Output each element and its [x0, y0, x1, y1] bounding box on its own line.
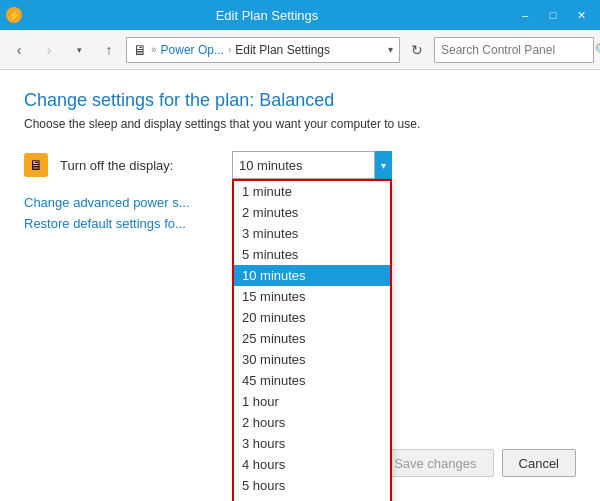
- title-bar-left: ⚡: [6, 7, 22, 23]
- search-icon: 🔍: [595, 43, 600, 57]
- dropdown-history-button[interactable]: ▾: [66, 37, 92, 63]
- dropdown-item[interactable]: Never: [234, 496, 390, 501]
- dropdown-item[interactable]: 5 hours: [234, 475, 390, 496]
- close-button[interactable]: ✕: [568, 5, 594, 25]
- search-bar: 🔍: [434, 37, 594, 63]
- dropdown-item[interactable]: 4 hours: [234, 454, 390, 475]
- forward-button[interactable]: ›: [36, 37, 62, 63]
- dropdown-selected-value: 10 minutes: [239, 158, 303, 173]
- nav-bar: ‹ › ▾ ↑ 🖥 » Power Op... › Edit Plan Sett…: [0, 30, 600, 70]
- app-icon: ⚡: [6, 7, 22, 23]
- dropdown-item[interactable]: 15 minutes: [234, 286, 390, 307]
- dropdown-item[interactable]: 2 minutes: [234, 202, 390, 223]
- dropdown-item[interactable]: 3 minutes: [234, 223, 390, 244]
- display-dropdown-control: 10 minutes ▾ 1 minute2 minutes3 minutes5…: [232, 151, 392, 179]
- breadcrumb: 🖥 » Power Op... › Edit Plan Settings ▾: [126, 37, 400, 63]
- breadcrumb-dropdown[interactable]: ▾: [388, 44, 393, 55]
- display-label: Turn off the display:: [60, 158, 220, 173]
- title-bar-title: Edit Plan Settings: [22, 8, 512, 23]
- display-icon: 🖥: [24, 153, 48, 177]
- page-subtitle: Choose the sleep and display settings th…: [24, 117, 576, 131]
- display-setting-row: 🖥 Turn off the display: 10 minutes ▾ 1 m…: [24, 151, 576, 179]
- display-dropdown[interactable]: 10 minutes ▾: [232, 151, 392, 179]
- dropdown-item[interactable]: 1 minute: [234, 181, 390, 202]
- dropdown-item[interactable]: 5 minutes: [234, 244, 390, 265]
- dropdown-item[interactable]: 10 minutes: [234, 265, 390, 286]
- dropdown-item[interactable]: 25 minutes: [234, 328, 390, 349]
- dropdown-item[interactable]: 2 hours: [234, 412, 390, 433]
- bottom-buttons: Save changes Cancel: [377, 449, 576, 477]
- cancel-button[interactable]: Cancel: [502, 449, 576, 477]
- breadcrumb-current: Edit Plan Settings: [235, 43, 330, 57]
- dropdown-list: 1 minute2 minutes3 minutes5 minutes10 mi…: [232, 179, 392, 501]
- title-bar: ⚡ Edit Plan Settings – □ ✕: [0, 0, 600, 30]
- refresh-button[interactable]: ↻: [404, 37, 430, 63]
- dropdown-item[interactable]: 20 minutes: [234, 307, 390, 328]
- back-button[interactable]: ‹: [6, 37, 32, 63]
- dropdown-item[interactable]: 3 hours: [234, 433, 390, 454]
- main-content: Change settings for the plan: Balanced C…: [0, 70, 600, 501]
- breadcrumb-power-options[interactable]: Power Op...: [161, 43, 224, 57]
- dropdown-item[interactable]: 1 hour: [234, 391, 390, 412]
- minimize-button[interactable]: –: [512, 5, 538, 25]
- breadcrumb-root-icon: 🖥: [133, 42, 147, 58]
- search-input[interactable]: [441, 43, 591, 57]
- dropdown-item[interactable]: 30 minutes: [234, 349, 390, 370]
- dropdown-arrow-icon: ▾: [374, 151, 392, 179]
- up-button[interactable]: ↑: [96, 37, 122, 63]
- save-button[interactable]: Save changes: [377, 449, 493, 477]
- page-title: Change settings for the plan: Balanced: [24, 90, 576, 111]
- maximize-button[interactable]: □: [540, 5, 566, 25]
- window-controls: – □ ✕: [512, 5, 594, 25]
- dropdown-item[interactable]: 45 minutes: [234, 370, 390, 391]
